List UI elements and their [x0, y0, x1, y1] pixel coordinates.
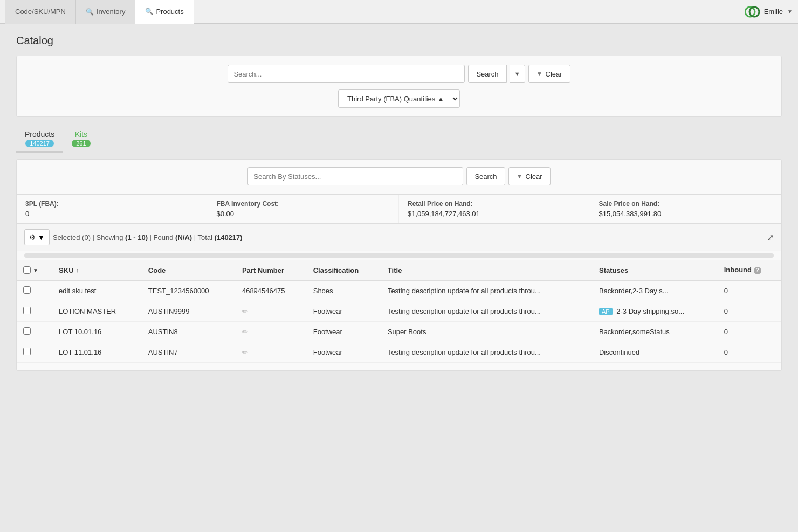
- tab-code-sku-mpn[interactable]: Code/SKU/MPN: [5, 0, 76, 24]
- row-classification: Footwear: [307, 322, 381, 342]
- table-row: edit sku test TEST_1234560000 4689454647…: [17, 280, 781, 301]
- row-checkbox-cell: [17, 301, 52, 322]
- row-statuses: Backorder,2-3 Day s...: [593, 280, 718, 301]
- top-nav: Code/SKU/MPN 🔍 Inventory 🔍 Products Emil…: [0, 0, 798, 24]
- tab-kits-item[interactable]: Kits 261: [63, 126, 99, 153]
- th-checkbox-dropdown[interactable]: ▼: [33, 267, 38, 273]
- gear-button[interactable]: ⚙ ▼: [24, 229, 50, 245]
- gear-icon: ⚙: [29, 233, 36, 241]
- table-scroll-container[interactable]: ▼ SKU ↑ Code Part Number Classification: [17, 251, 781, 363]
- th-checkbox: ▼: [17, 260, 52, 281]
- tab-inventory-label: Inventory: [97, 8, 125, 16]
- tab-products-label: Products: [156, 8, 183, 16]
- table-row: LOT 11.01.16 AUSTIN7 ✏ Footwear Testing …: [17, 342, 781, 363]
- row-sku: LOT 10.01.16: [52, 322, 142, 342]
- status-search-button[interactable]: Search: [466, 167, 505, 185]
- stat-3pl-label: 3PL (FBA):: [25, 200, 199, 208]
- row-sku: LOTION MASTER: [52, 301, 142, 322]
- row-statuses: Discontinued: [593, 342, 718, 363]
- row-checkbox[interactable]: [23, 327, 31, 335]
- stat-sale-value: $15,054,383,991.80: [599, 210, 773, 218]
- results-section: Search ▼ Clear 3PL (FBA): 0 FBA Inventor…: [16, 159, 782, 371]
- row-title: Testing description update for all produ…: [381, 280, 593, 301]
- row-checkbox-cell: [17, 342, 52, 363]
- stats-row: 3PL (FBA): 0 FBA Inventory Cost: $0.00 R…: [17, 194, 781, 224]
- user-label[interactable]: Emilie: [764, 8, 783, 16]
- tab-products-badge: 140217: [25, 140, 54, 147]
- stat-fba-cost-label: FBA Inventory Cost:: [217, 200, 390, 208]
- tab-products[interactable]: 🔍 Products: [135, 0, 194, 24]
- tab-inventory[interactable]: 🔍 Inventory: [76, 0, 135, 24]
- row-code: AUSTIN9999: [142, 301, 236, 322]
- status-clear-button[interactable]: ▼ Clear: [508, 167, 551, 185]
- th-sku[interactable]: SKU ↑: [52, 260, 142, 281]
- products-search-icon: 🔍: [145, 8, 153, 15]
- stat-sale: Sale Price on Hand: $15,054,383,991.80: [590, 195, 782, 223]
- select-all-checkbox[interactable]: [23, 266, 31, 274]
- search-panel: Search ▼ ▼ Clear Third Party (FBA) Quant…: [16, 56, 782, 117]
- showing-range: (1 - 10): [125, 233, 148, 241]
- product-tabs: Products 140217 Kits 261: [16, 126, 782, 153]
- toolbar-left: ⚙ ▼ Selected (0) | Showing (1 - 10) | Fo…: [24, 229, 243, 245]
- row-sku: edit sku test: [52, 280, 142, 301]
- row-code: AUSTIN7: [142, 342, 236, 363]
- nav-right: Emilie ▼: [745, 4, 793, 19]
- table-header-row: ▼ SKU ↑ Code Part Number Classification: [17, 260, 781, 281]
- stat-sale-label: Sale Price on Hand:: [599, 200, 773, 208]
- th-inbound: Inbound ?: [718, 260, 781, 281]
- inventory-search-icon: 🔍: [86, 8, 94, 16]
- row-inbound: 0: [718, 301, 781, 322]
- status-search-row: Search ▼ Clear: [17, 167, 781, 185]
- th-part-number[interactable]: Part Number: [236, 260, 307, 281]
- row-title: Testing description update for all produ…: [381, 342, 593, 363]
- edit-part-number-icon[interactable]: ✏: [242, 328, 248, 336]
- th-classification[interactable]: Classification: [307, 260, 381, 281]
- edit-part-number-icon[interactable]: ✏: [242, 307, 248, 315]
- th-statuses[interactable]: Statuses: [593, 260, 718, 281]
- nav-tabs: Code/SKU/MPN 🔍 Inventory 🔍 Products: [5, 0, 745, 24]
- row-title: Testing description update for all produ…: [381, 301, 593, 322]
- total-value: (140217): [215, 233, 243, 241]
- edit-part-number-icon[interactable]: ✏: [242, 348, 248, 356]
- row-part-number: ✏: [236, 301, 307, 322]
- row-checkbox[interactable]: [23, 348, 31, 355]
- tab-kits-item-label: Kits: [75, 130, 87, 139]
- row-checkbox-cell: [17, 280, 52, 301]
- main-search-dropdown-button[interactable]: ▼: [510, 65, 525, 83]
- tabs-row: Products 140217 Kits 261: [16, 126, 782, 153]
- user-dropdown-icon[interactable]: ▼: [787, 9, 793, 15]
- row-code: TEST_1234560000: [142, 280, 236, 301]
- row-title: Super Boots: [381, 322, 593, 342]
- expand-button[interactable]: ⤢: [767, 232, 774, 243]
- main-search-input[interactable]: [228, 65, 465, 83]
- ap-badge: AP: [599, 308, 613, 315]
- gear-dropdown-arrow: ▼: [38, 233, 45, 241]
- stat-retail-label: Retail Price on Hand:: [408, 200, 581, 208]
- main-clear-button[interactable]: ▼ Clear: [528, 65, 570, 83]
- row-checkbox[interactable]: [23, 307, 31, 314]
- row-checkbox[interactable]: [23, 286, 31, 294]
- row-part-number: ✏: [236, 342, 307, 363]
- toolbar-info: Selected (0) | Showing (1 - 10) | Found …: [53, 233, 243, 241]
- quantity-dropdown[interactable]: Third Party (FBA) Quantities ▲: [338, 89, 460, 108]
- table-row: LOT 10.01.16 AUSTIN8 ✏ Footwear Super Bo…: [17, 322, 781, 342]
- quantity-dropdown-row: Third Party (FBA) Quantities ▲: [25, 89, 773, 108]
- main-search-button[interactable]: Search: [468, 65, 506, 83]
- stat-3pl-value: 0: [25, 210, 199, 218]
- th-title[interactable]: Title: [381, 260, 593, 281]
- inbound-info-icon[interactable]: ?: [754, 267, 761, 274]
- status-search-input[interactable]: [247, 167, 463, 185]
- stat-fba-cost-value: $0.00: [217, 210, 390, 218]
- horizontal-scrollbar[interactable]: [24, 253, 774, 258]
- tab-products-item[interactable]: Products 140217: [16, 126, 63, 153]
- table-row: LOTION MASTER AUSTIN9999 ✏ Footwear Test…: [17, 301, 781, 322]
- row-code: AUSTIN8: [142, 322, 236, 342]
- app-logo: [745, 4, 760, 19]
- stat-fba-cost: FBA Inventory Cost: $0.00: [208, 195, 400, 223]
- row-inbound: 0: [718, 280, 781, 301]
- th-code[interactable]: Code: [142, 260, 236, 281]
- found-value: (N/A): [175, 233, 192, 241]
- row-part-number: 46894546475: [236, 280, 307, 301]
- sku-sort-icon: ↑: [76, 267, 79, 273]
- row-inbound: 0: [718, 322, 781, 342]
